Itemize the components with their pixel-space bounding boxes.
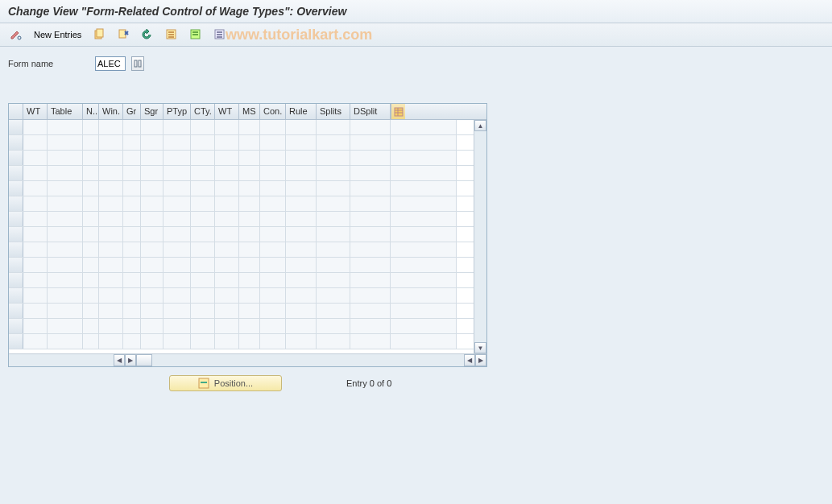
table-cell[interactable] (123, 334, 141, 349)
table-cell[interactable] (123, 273, 141, 287)
table-cell[interactable] (48, 166, 83, 180)
table-cell[interactable] (48, 120, 83, 134)
table-cell[interactable] (391, 181, 457, 196)
table-cell[interactable] (350, 273, 391, 287)
table-cell[interactable] (141, 166, 164, 180)
table-cell[interactable] (239, 212, 260, 226)
table-cell[interactable] (317, 212, 350, 226)
scroll-up-button[interactable]: ▲ (474, 120, 486, 131)
table-cell[interactable] (123, 319, 141, 333)
table-cell[interactable] (191, 319, 215, 333)
col-header-splits[interactable]: Splits (317, 104, 350, 119)
table-cell[interactable] (260, 227, 286, 242)
col-header-con[interactable]: Con. (260, 104, 286, 119)
table-cell[interactable] (191, 258, 215, 272)
table-cell[interactable] (23, 135, 48, 150)
table-cell[interactable] (391, 135, 457, 150)
scroll-left-end-button[interactable]: ◀ (464, 354, 475, 366)
table-cell[interactable] (317, 120, 350, 134)
table-cell[interactable] (141, 181, 164, 196)
table-cell[interactable] (350, 258, 391, 272)
table-cell[interactable] (83, 334, 99, 349)
table-cell[interactable] (215, 227, 239, 242)
table-cell[interactable] (260, 166, 286, 180)
table-cell[interactable] (191, 334, 215, 349)
table-cell[interactable] (164, 288, 191, 303)
table-cell[interactable] (239, 166, 260, 180)
table-cell[interactable] (141, 288, 164, 303)
table-cell[interactable] (260, 273, 286, 287)
row-selector[interactable] (9, 120, 23, 134)
table-cell[interactable] (83, 319, 99, 333)
table-cell[interactable] (239, 196, 260, 211)
table-cell[interactable] (123, 242, 141, 257)
col-header-rule[interactable]: Rule (286, 104, 317, 119)
table-row[interactable] (9, 258, 486, 273)
table-cell[interactable] (99, 304, 123, 318)
table-row[interactable] (9, 304, 486, 319)
table-cell[interactable] (141, 212, 164, 226)
table-config-button[interactable] (391, 104, 405, 119)
table-cell[interactable] (215, 181, 239, 196)
row-selector[interactable] (9, 166, 23, 180)
table-cell[interactable] (191, 181, 215, 196)
table-row[interactable] (9, 151, 486, 166)
table-cell[interactable] (215, 242, 239, 257)
table-cell[interactable] (239, 258, 260, 272)
deselect-all-button[interactable] (210, 27, 230, 43)
table-cell[interactable] (48, 135, 83, 150)
table-cell[interactable] (317, 304, 350, 318)
table-cell[interactable] (286, 288, 317, 303)
table-cell[interactable] (286, 212, 317, 226)
table-cell[interactable] (164, 258, 191, 272)
table-cell[interactable] (391, 288, 457, 303)
col-header-cty[interactable]: CTy. (191, 104, 215, 119)
table-cell[interactable] (48, 151, 83, 165)
table-cell[interactable] (239, 334, 260, 349)
table-cell[interactable] (215, 166, 239, 180)
table-cell[interactable] (191, 242, 215, 257)
table-cell[interactable] (191, 212, 215, 226)
copy-button[interactable] (89, 27, 109, 43)
table-cell[interactable] (48, 273, 83, 287)
table-cell[interactable] (350, 288, 391, 303)
col-header-ptyp[interactable]: PTyp (164, 104, 191, 119)
table-cell[interactable] (286, 227, 317, 242)
table-cell[interactable] (350, 181, 391, 196)
table-cell[interactable] (123, 196, 141, 211)
table-cell[interactable] (48, 304, 83, 318)
table-cell[interactable] (23, 166, 48, 180)
undo-button[interactable] (138, 27, 157, 43)
new-entries-button[interactable]: New Entries (31, 28, 85, 41)
row-selector[interactable] (9, 181, 23, 196)
table-cell[interactable] (123, 227, 141, 242)
table-cell[interactable] (191, 304, 215, 318)
table-cell[interactable] (391, 212, 457, 226)
form-name-f4-button[interactable] (131, 56, 144, 71)
table-cell[interactable] (23, 242, 48, 257)
table-cell[interactable] (99, 212, 123, 226)
table-cell[interactable] (391, 319, 457, 333)
col-header-ms[interactable]: MS (239, 104, 260, 119)
table-row[interactable] (9, 181, 486, 196)
table-cell[interactable] (164, 227, 191, 242)
row-selector[interactable] (9, 304, 23, 318)
table-cell[interactable] (123, 212, 141, 226)
table-cell[interactable] (123, 181, 141, 196)
table-cell[interactable] (99, 258, 123, 272)
table-cell[interactable] (123, 151, 141, 165)
col-header-sgr[interactable]: Sgr (141, 104, 164, 119)
table-cell[interactable] (191, 151, 215, 165)
table-cell[interactable] (164, 304, 191, 318)
col-header-wt2[interactable]: WT (215, 104, 239, 119)
table-cell[interactable] (83, 227, 99, 242)
table-cell[interactable] (391, 242, 457, 257)
table-cell[interactable] (286, 242, 317, 257)
table-row[interactable] (9, 319, 486, 334)
table-cell[interactable] (350, 212, 391, 226)
table-cell[interactable] (141, 196, 164, 211)
table-cell[interactable] (286, 181, 317, 196)
table-cell[interactable] (83, 151, 99, 165)
table-cell[interactable] (350, 319, 391, 333)
scroll-right-button[interactable]: ▶ (125, 354, 136, 366)
